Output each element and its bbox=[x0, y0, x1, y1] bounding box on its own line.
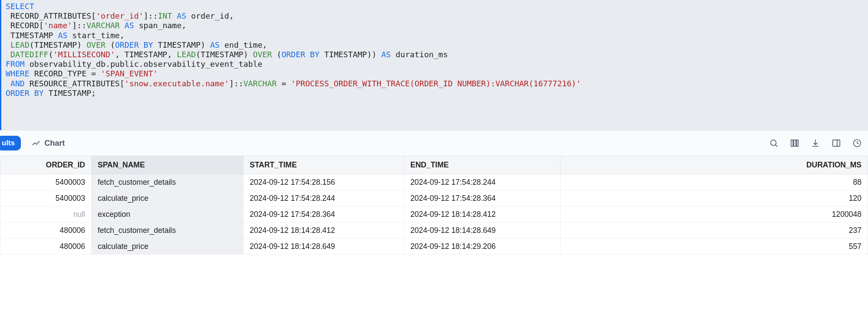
cell[interactable]: 2024-09-12 17:54:28.156 bbox=[244, 174, 404, 190]
columns-icon[interactable] bbox=[790, 138, 799, 148]
cell[interactable]: exception bbox=[92, 206, 244, 222]
cell[interactable]: 2024-09-12 17:54:28.244 bbox=[404, 174, 561, 190]
cell[interactable]: 480006 bbox=[0, 222, 92, 239]
cell[interactable]: 2024-09-12 18:14:29.206 bbox=[404, 239, 561, 255]
cell[interactable]: 5400003 bbox=[0, 190, 92, 206]
cell[interactable]: calculate_price bbox=[92, 190, 244, 206]
table-body: 5400003fetch_customer_details2024-09-12 … bbox=[0, 174, 868, 255]
cell[interactable]: 557 bbox=[561, 239, 868, 255]
cell[interactable]: 2024-09-12 18:14:28.649 bbox=[404, 222, 561, 239]
cell[interactable]: fetch_customer_details bbox=[92, 174, 244, 190]
cell[interactable]: 2024-09-12 17:54:28.244 bbox=[244, 190, 404, 206]
table-header-row: ORDER_IDSPAN_NAMESTART_TIMEEND_TIMEDURAT… bbox=[0, 156, 868, 174]
tab-chart[interactable]: Chart bbox=[26, 135, 70, 151]
svg-rect-4 bbox=[797, 140, 799, 147]
history-icon[interactable] bbox=[852, 138, 862, 148]
cell[interactable]: 2024-09-12 18:14:28.412 bbox=[404, 206, 561, 222]
cell[interactable]: 1200048 bbox=[561, 206, 868, 222]
cell[interactable]: 2024-09-12 18:14:28.649 bbox=[244, 239, 404, 255]
svg-line-1 bbox=[776, 145, 777, 147]
cell[interactable]: 2024-09-12 17:54:28.364 bbox=[244, 206, 404, 222]
download-icon[interactable] bbox=[811, 138, 820, 148]
tab-chart-label: Chart bbox=[44, 139, 65, 148]
column-header[interactable]: END_TIME bbox=[404, 156, 561, 174]
cell[interactable]: 480006 bbox=[0, 239, 92, 255]
svg-rect-6 bbox=[833, 140, 840, 147]
results-tabs: ults Chart bbox=[0, 135, 70, 151]
chart-icon bbox=[31, 138, 41, 148]
results-table[interactable]: ORDER_IDSPAN_NAMESTART_TIMEEND_TIMEDURAT… bbox=[0, 156, 868, 255]
cell[interactable]: 2024-09-12 18:14:28.412 bbox=[244, 222, 404, 239]
search-icon[interactable] bbox=[769, 138, 779, 148]
cell[interactable]: fetch_customer_details bbox=[92, 222, 244, 239]
svg-rect-3 bbox=[794, 140, 796, 147]
cell[interactable]: calculate_price bbox=[92, 239, 244, 255]
column-header[interactable]: DURATION_MS bbox=[561, 156, 868, 174]
cell[interactable]: 2024-09-12 17:54:28.364 bbox=[404, 190, 561, 206]
table-row[interactable]: 480006fetch_customer_details2024-09-12 1… bbox=[0, 222, 868, 239]
svg-rect-2 bbox=[791, 140, 793, 147]
panel-icon[interactable] bbox=[832, 138, 841, 148]
column-header[interactable]: SPAN_NAME bbox=[92, 156, 244, 174]
sql-editor[interactable]: SELECT RECORD_ATTRIBUTES['order_id']::IN… bbox=[0, 0, 868, 130]
sql-code[interactable]: SELECT RECORD_ATTRIBUTES['order_id']::IN… bbox=[6, 2, 868, 98]
column-header[interactable]: START_TIME bbox=[244, 156, 404, 174]
cell[interactable]: 5400003 bbox=[0, 174, 92, 190]
toolbar-actions bbox=[769, 138, 862, 148]
table-row[interactable]: 5400003fetch_customer_details2024-09-12 … bbox=[0, 174, 868, 190]
tab-results[interactable]: ults bbox=[0, 136, 21, 150]
cell[interactable]: 120 bbox=[561, 190, 868, 206]
cell[interactable]: null bbox=[0, 206, 92, 222]
column-header[interactable]: ORDER_ID bbox=[0, 156, 92, 174]
table-row[interactable]: 5400003calculate_price2024-09-12 17:54:2… bbox=[0, 190, 868, 206]
svg-point-0 bbox=[771, 140, 776, 146]
results-toolbar: ults Chart bbox=[0, 130, 868, 156]
cell[interactable]: 88 bbox=[561, 174, 868, 190]
cell[interactable]: 237 bbox=[561, 222, 868, 239]
table-row[interactable]: nullexception2024-09-12 17:54:28.3642024… bbox=[0, 206, 868, 222]
table-row[interactable]: 480006calculate_price2024-09-12 18:14:28… bbox=[0, 239, 868, 255]
